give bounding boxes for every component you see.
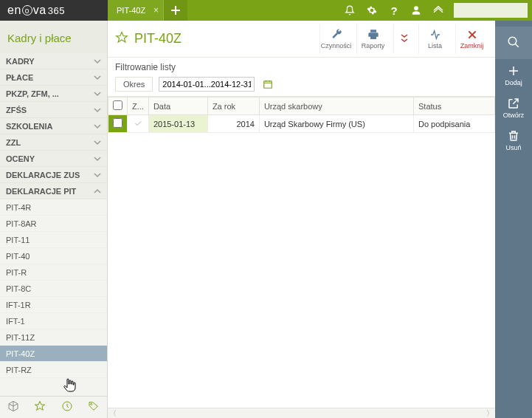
settings-icon[interactable] [361, 0, 383, 21]
toolbar-lista-button[interactable]: Lista [418, 24, 451, 54]
sidebar: Kadry i płace KADRY PŁACE PKZP, ZFM, ...… [0, 21, 108, 418]
sidebar-cat-oceny[interactable]: OCENY [0, 151, 107, 167]
grid-row[interactable]: 2015-01-13 2014 Urząd Skarbowy Firmy (US… [108, 115, 495, 133]
close-icon [466, 29, 478, 41]
toolbar: PIT-40Z Czynności Raporty Lista [108, 21, 495, 58]
sidebar-item-pit-11[interactable]: PIT-11 [0, 232, 107, 248]
sidebar-item-ift-1r[interactable]: IFT-1R [0, 297, 107, 313]
chevron-down-icon [94, 106, 101, 114]
toolbar-zamknij-button[interactable]: Zamknij [455, 24, 488, 54]
sidebar-cat-place[interactable]: PŁACE [0, 69, 107, 86]
cube-icon[interactable] [7, 400, 19, 414]
wrench-icon [330, 29, 343, 41]
chevron-down-icon [94, 155, 101, 162]
module-title: Kadry i płace [0, 21, 107, 53]
topbar-icons: ? [339, 0, 532, 21]
sidebar-item-pit-r[interactable]: PIT-R [0, 264, 107, 281]
sidebar-item-pit-4r[interactable]: PIT-4R [0, 199, 107, 216]
scroll-left-icon[interactable]: 〈 [109, 408, 117, 419]
calendar-icon[interactable] [260, 77, 275, 92]
toolbar-raporty-button[interactable]: Raporty [356, 24, 389, 54]
grid-header-data[interactable]: Data [148, 97, 207, 115]
tab-close-icon[interactable]: × [153, 5, 159, 16]
toolbar-czynnosci-button[interactable]: Czynności [319, 24, 352, 54]
sidebar-cat-deklaracje-pit[interactable]: DEKLARACJE PIT [0, 183, 107, 199]
clock-icon[interactable] [61, 400, 73, 414]
open-icon [507, 97, 520, 110]
grid-row-checkbox[interactable] [108, 115, 128, 133]
filter-period-label: Okres [115, 77, 153, 92]
rail-dodaj-button[interactable]: Dodaj [495, 59, 532, 92]
page-title: PIT-40Z [134, 31, 319, 47]
user-icon[interactable] [405, 0, 427, 21]
filter-panel: Filtrowanie listy Okres [108, 58, 495, 97]
printer-icon [367, 29, 380, 41]
filter-period-input[interactable] [159, 77, 255, 92]
sidebar-cat-kadry[interactable]: KADRY [0, 53, 107, 69]
favorite-star-icon[interactable] [115, 31, 128, 47]
right-rail: Dodaj Otwórz Usuń [495, 21, 532, 418]
grid-cell-status: Do podpisania [414, 115, 495, 133]
chevron-up-icon [94, 188, 101, 195]
rail-search-button[interactable] [495, 27, 532, 59]
add-tab-button[interactable] [164, 0, 187, 21]
chevron-down-icon [94, 123, 101, 130]
scroll-right-icon[interactable]: 〉 [486, 408, 494, 419]
content: PIT-40Z Czynności Raporty Lista [108, 21, 495, 418]
sidebar-item-pit-11z[interactable]: PIT-11Z [0, 329, 107, 346]
home-icon[interactable] [427, 0, 449, 21]
rail-otworz-button[interactable]: Otwórz [495, 92, 532, 124]
sidebar-bottom-icons [0, 396, 107, 418]
horizontal-scrollbar[interactable]: 〈 〉 [108, 408, 495, 418]
grid-header-checkbox[interactable] [108, 97, 128, 115]
tab-label: PIT-40Z [117, 6, 145, 15]
rail-usun-button[interactable]: Usuń [495, 124, 532, 157]
pulse-icon [429, 29, 442, 41]
sidebar-categories: KADRY PŁACE PKZP, ZFM, ... ZFŚS SZKOLENI… [0, 53, 107, 396]
grid-cell-urzad: Urząd Skarbowy Firmy (US) [259, 115, 413, 133]
sidebar-item-ift-1[interactable]: IFT-1 [0, 313, 107, 329]
global-search-input[interactable] [454, 3, 528, 18]
grid-row-z-icon [128, 115, 149, 133]
sidebar-cat-deklaracje-zus[interactable]: DEKLARACJE ZUS [0, 167, 107, 183]
sidebar-cat-zfss[interactable]: ZFŚS [0, 102, 107, 118]
help-icon[interactable]: ? [383, 0, 405, 21]
grid-header-zarok[interactable]: Za rok [207, 97, 259, 115]
star-icon[interactable] [34, 400, 46, 414]
toolbar-dropdown-button[interactable] [393, 24, 414, 54]
grid-header-urzad[interactable]: Urząd skarbowy [259, 97, 413, 115]
grid-header-z[interactable]: Z... [128, 97, 149, 115]
filter-title: Filtrowanie listy [115, 62, 488, 72]
svg-point-1 [91, 403, 92, 405]
chevron-down-icon [94, 74, 101, 81]
trash-icon [507, 129, 520, 143]
plus-icon [170, 5, 181, 16]
sidebar-cat-zzl[interactable]: ZZL [0, 134, 107, 151]
app-logo: enova365 [0, 0, 108, 21]
sidebar-item-pit-rz[interactable]: PIT-RZ [0, 362, 107, 378]
sidebar-item-pit-40z[interactable]: PIT-40Z [0, 346, 107, 362]
svg-point-3 [508, 37, 517, 45]
grid: Z... Data Za rok Urząd skarbowy Status 2… [108, 97, 495, 408]
grid-header-row: Z... Data Za rok Urząd skarbowy Status [108, 97, 495, 115]
grid-cell-zarok: 2014 [207, 115, 259, 133]
sidebar-cat-pkzp[interactable]: PKZP, ZFM, ... [0, 86, 107, 102]
chevron-down-icon [94, 139, 101, 146]
chevron-down-icon [94, 171, 101, 179]
grid-header-status[interactable]: Status [414, 97, 495, 115]
search-icon [507, 35, 520, 49]
tag-icon[interactable] [88, 400, 100, 414]
double-chevron-icon [400, 32, 409, 44]
topbar: enova365 PIT-40Z × ? [0, 0, 532, 21]
sidebar-item-pit-8c[interactable]: PIT-8C [0, 281, 107, 297]
sidebar-item-pit-40[interactable]: PIT-40 [0, 248, 107, 264]
grid-cell-data: 2015-01-13 [148, 115, 207, 133]
chevron-down-icon [94, 90, 101, 97]
sidebar-item-pit-8ar[interactable]: PIT-8AR [0, 216, 107, 232]
chevron-down-icon [94, 58, 101, 65]
plus-icon [507, 64, 520, 78]
notifications-icon[interactable] [339, 0, 361, 21]
svg-rect-2 [264, 81, 272, 88]
sidebar-cat-szkolenia[interactable]: SZKOLENIA [0, 118, 107, 134]
tab-pit40z[interactable]: PIT-40Z × [108, 0, 164, 21]
